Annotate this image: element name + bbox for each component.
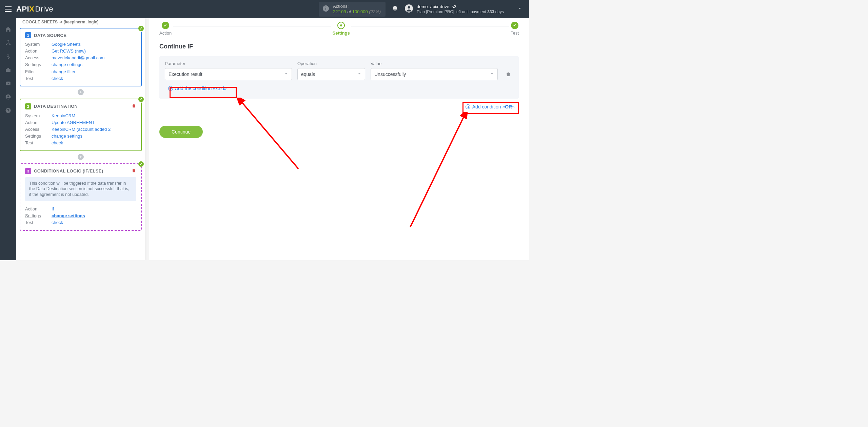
value-value: Unsuccessfully bbox=[374, 72, 406, 77]
svg-rect-2 bbox=[5, 11, 12, 12]
source-filter-link[interactable]: change filter bbox=[52, 69, 76, 74]
source-system-link[interactable]: Google Sheets bbox=[52, 42, 81, 47]
delete-destination-button[interactable] bbox=[132, 103, 136, 110]
delete-logic-button[interactable] bbox=[132, 168, 136, 175]
svg-point-5 bbox=[326, 6, 326, 7]
add-or-prefix: Add condition « bbox=[472, 104, 505, 109]
sidebar-help[interactable]: ? bbox=[0, 104, 16, 117]
kv-key: Action bbox=[25, 48, 52, 55]
svg-point-13 bbox=[7, 96, 9, 97]
source-test-link[interactable]: check bbox=[52, 76, 63, 81]
card-number: 3 bbox=[25, 168, 31, 174]
step-action-circle[interactable] bbox=[162, 22, 169, 29]
operation-value: equals bbox=[301, 72, 315, 77]
source-action-link[interactable]: Get ROWS (new) bbox=[52, 48, 86, 54]
kv-key: Access bbox=[25, 126, 52, 133]
actions-of: of bbox=[346, 9, 352, 14]
plan-name: Premium PRO bbox=[427, 9, 453, 14]
actions-pct: (22%) bbox=[368, 9, 381, 14]
logo[interactable]: APIXDrive bbox=[16, 5, 53, 14]
stepper: Action Settings Test bbox=[159, 22, 519, 36]
kv-key: System bbox=[25, 41, 52, 48]
logo-api: API bbox=[16, 5, 29, 13]
username: demo_apix-drive_s3 bbox=[417, 4, 504, 9]
logic-action-link[interactable]: If bbox=[52, 206, 54, 211]
source-access-link[interactable]: maverickandrii@gmail.com bbox=[52, 55, 104, 60]
hamburger-menu[interactable] bbox=[0, 6, 16, 12]
svg-rect-0 bbox=[5, 6, 12, 7]
user-icon bbox=[405, 4, 413, 14]
continue-button[interactable]: Continue bbox=[159, 126, 203, 138]
card-number: 1 bbox=[25, 32, 31, 38]
kv-key: Test bbox=[25, 219, 52, 226]
dest-action-link[interactable]: Update AGREEMENT bbox=[52, 120, 95, 125]
kv-key: System bbox=[25, 113, 52, 119]
sidebar-briefcase[interactable] bbox=[0, 63, 16, 77]
parameter-value: Execution result bbox=[169, 72, 202, 77]
sidebar-account[interactable] bbox=[0, 90, 16, 104]
sidebar-billing[interactable] bbox=[0, 49, 16, 63]
add-step-button[interactable]: + bbox=[78, 89, 84, 95]
plan-end: days bbox=[494, 9, 504, 14]
kv-key: Filter bbox=[25, 68, 52, 75]
logic-settings-link[interactable]: change settings bbox=[52, 213, 85, 218]
plus-icon bbox=[466, 104, 470, 109]
logic-test-link[interactable]: check bbox=[52, 220, 63, 225]
dest-settings-link[interactable]: change settings bbox=[52, 134, 82, 139]
plan-days: 333 bbox=[487, 9, 494, 14]
delete-condition-button[interactable] bbox=[503, 68, 513, 80]
kv-key: Settings bbox=[25, 133, 52, 140]
step-test-circle[interactable] bbox=[511, 22, 518, 29]
card-conditional-logic[interactable]: 3 CONDITIONAL LOGIC (IF/ELSE) This condi… bbox=[20, 163, 142, 231]
kv-key: Test bbox=[25, 140, 52, 146]
sidebar-connections[interactable] bbox=[0, 36, 16, 49]
add-and-condition-button[interactable]: Add the condition «And» bbox=[165, 83, 230, 94]
value-select[interactable]: Unsuccessfully bbox=[371, 68, 498, 80]
parameter-label: Parameter bbox=[165, 61, 292, 66]
dest-test-link[interactable]: check bbox=[52, 140, 63, 145]
kv-key: Access bbox=[25, 55, 52, 61]
actions-used: 22'109 bbox=[333, 9, 346, 14]
kv-key: Action bbox=[25, 206, 52, 212]
svg-rect-4 bbox=[326, 8, 326, 10]
actions-pill[interactable]: Actions: 22'109 of 100'000 (22%) bbox=[319, 2, 386, 16]
section-title: Continue IF bbox=[159, 43, 519, 50]
bell-icon[interactable] bbox=[392, 5, 398, 14]
operation-label: Operation bbox=[297, 61, 365, 66]
step-line bbox=[351, 26, 509, 26]
step-action-label: Action bbox=[159, 30, 172, 36]
kv-key: Settings bbox=[25, 61, 52, 68]
add-or-suffix: » bbox=[512, 104, 515, 109]
sidebar-home[interactable] bbox=[0, 22, 16, 36]
check-badge-icon bbox=[138, 96, 144, 103]
svg-point-7 bbox=[408, 6, 410, 8]
step-test-label: Test bbox=[511, 30, 519, 36]
svg-text:?: ? bbox=[7, 108, 9, 113]
value-label: Value bbox=[371, 61, 498, 66]
chevron-down-icon bbox=[490, 72, 494, 77]
flow-title: GOOGLE SHEETS -> (keepincrm, logic) bbox=[20, 18, 142, 28]
kv-key: Action bbox=[25, 119, 52, 126]
condition-note: This condition will be triggered if the … bbox=[25, 177, 136, 201]
kv-key: Settings bbox=[25, 212, 52, 219]
plan-prefix: Plan | bbox=[417, 9, 427, 14]
step-settings-circle[interactable] bbox=[337, 22, 345, 29]
operation-select[interactable]: equals bbox=[297, 68, 365, 80]
add-step-button[interactable]: + bbox=[78, 154, 84, 160]
kv-key: Test bbox=[25, 75, 52, 82]
plan-mid: | left until payment bbox=[453, 9, 488, 14]
condition-block: Parameter Execution result Operation equ… bbox=[159, 56, 519, 99]
dest-system-link[interactable]: KeepinCRM bbox=[52, 113, 75, 118]
settings-panel: Action Settings Test Continue IF Paramet… bbox=[149, 18, 529, 260]
add-or-condition-button[interactable]: Add condition «OR» bbox=[461, 101, 519, 112]
source-settings-link[interactable]: change settings bbox=[52, 62, 82, 67]
card-data-destination[interactable]: 2 DATA DESTINATION SystemKeepinCRM Actio… bbox=[20, 99, 142, 151]
user-menu[interactable]: demo_apix-drive_s3 Plan |Premium PRO| le… bbox=[405, 4, 522, 14]
sidebar-video[interactable] bbox=[0, 77, 16, 90]
dest-access-link[interactable]: KeepinCRM (account added 2 bbox=[52, 127, 111, 132]
parameter-select[interactable]: Execution result bbox=[165, 68, 292, 80]
card-data-source[interactable]: 1 DATA SOURCE SystemGoogle Sheets Action… bbox=[20, 28, 142, 86]
info-icon bbox=[322, 5, 330, 14]
logo-drive: Drive bbox=[35, 5, 53, 14]
svg-point-8 bbox=[7, 40, 9, 41]
